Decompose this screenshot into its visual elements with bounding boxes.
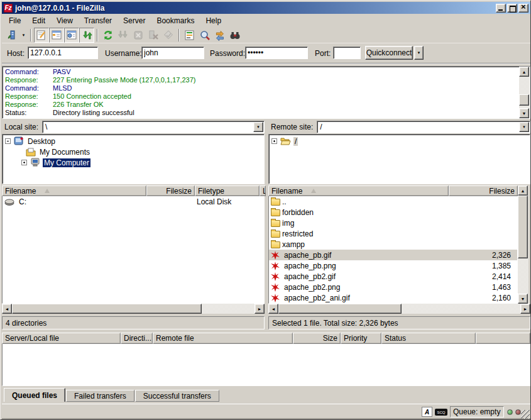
queue-list[interactable] — [2, 344, 530, 386]
remote-file-row[interactable]: apache_pb.png1,385 — [269, 260, 517, 271]
menu-server[interactable]: Server — [118, 15, 151, 26]
local-file-row[interactable]: C: Local Disk — [3, 196, 264, 207]
process-queue-button[interactable] — [116, 28, 131, 43]
toolbar — [2, 27, 530, 43]
directory-comparison-button[interactable] — [197, 28, 212, 43]
column-last-modified-truncated[interactable]: L — [260, 185, 266, 196]
port-input[interactable] — [333, 47, 361, 59]
username-input[interactable] — [141, 47, 204, 59]
password-input[interactable] — [245, 47, 308, 59]
maximize-button[interactable] — [507, 4, 517, 13]
column-filename[interactable]: Filename — [2, 185, 146, 196]
ascii-transfer-type-indicator[interactable]: A — [422, 407, 432, 417]
tree-item-desktop[interactable]: Desktop — [5, 136, 264, 146]
filter-button[interactable] — [182, 28, 197, 43]
tree-item-root[interactable]: / — [271, 136, 530, 146]
tab-failed-transfers[interactable]: Failed transfers — [66, 390, 134, 402]
password-label: Password: — [210, 49, 245, 58]
menu-transfer[interactable]: Transfer — [79, 15, 118, 26]
tree-item-my-documents[interactable]: My Documents — [5, 146, 264, 157]
scrollbar-thumb[interactable] — [518, 196, 528, 258]
toggle-local-tree-button[interactable] — [49, 28, 64, 43]
remote-file-row[interactable]: apache_pb2_ani.gif2,160 — [269, 292, 517, 303]
remote-file-row[interactable]: .. — [269, 196, 517, 207]
column-filename[interactable]: Filename — [268, 185, 449, 196]
remote-site-combo[interactable]: / — [317, 121, 530, 133]
combo-dropdown-icon[interactable] — [519, 122, 529, 132]
site-manager-dropdown[interactable] — [19, 28, 28, 42]
tree-label: My Documents — [38, 148, 91, 157]
minimize-button[interactable] — [496, 4, 506, 13]
filezilla-logo-icon[interactable]: Fz — [4, 4, 13, 13]
remote-file-row[interactable]: img — [269, 218, 517, 228]
remote-file-row[interactable]: restricted — [269, 228, 517, 239]
scrollbar-thumb[interactable] — [12, 304, 202, 314]
column-filesize[interactable]: Filesize — [146, 185, 195, 196]
expander-minus-icon[interactable] — [5, 138, 11, 144]
find-button[interactable] — [227, 28, 243, 43]
column-filesize[interactable]: Filesize — [449, 185, 518, 196]
quickconnect-button[interactable]: Quickconnect — [365, 46, 413, 60]
menu-file[interactable]: File — [3, 15, 26, 26]
column-filetype[interactable]: Filetype — [195, 185, 260, 196]
remote-vertical-scrollbar[interactable] — [518, 185, 528, 304]
speed-limit-badge-icon[interactable]: SCQ — [435, 409, 447, 416]
combo-dropdown-icon[interactable] — [253, 122, 263, 132]
local-site-combo[interactable]: \ — [42, 121, 265, 133]
cancel-icon — [133, 30, 144, 41]
toggle-remote-tree-button[interactable] — [64, 28, 79, 43]
quickconnect-bar: Host: Username: Password: Port: Quickcon… — [2, 43, 530, 64]
reconnect-button[interactable] — [161, 28, 176, 43]
remote-file-row[interactable]: xampp — [269, 239, 517, 250]
refresh-button[interactable] — [101, 28, 116, 43]
column-size[interactable]: Size — [293, 333, 341, 344]
scroll-left-icon[interactable] — [268, 304, 278, 314]
menu-bookmarks[interactable]: Bookmarks — [151, 15, 200, 26]
menu-view[interactable]: View — [51, 15, 79, 26]
scrollbar-thumb[interactable] — [278, 304, 402, 314]
menu-edit[interactable]: Edit — [26, 15, 51, 26]
menu-help[interactable]: Help — [200, 15, 227, 26]
scroll-down-icon[interactable] — [518, 294, 528, 304]
scroll-right-icon[interactable] — [520, 304, 530, 314]
toggle-message-log-button[interactable] — [34, 28, 49, 43]
site-manager-button[interactable] — [4, 28, 19, 43]
cancel-operation-button[interactable] — [131, 28, 146, 43]
column-server-local-file[interactable]: Server/Local file — [2, 333, 121, 344]
toggle-transfer-queue-button[interactable] — [79, 28, 94, 43]
resize-grip[interactable] — [521, 410, 530, 419]
synchronized-browsing-button[interactable] — [212, 28, 227, 43]
tree-item-my-computer[interactable]: My Computer — [5, 157, 264, 168]
local-horizontal-scrollbar[interactable] — [2, 304, 265, 314]
column-empty[interactable] — [476, 333, 530, 344]
toolbar-separator — [97, 29, 98, 41]
scroll-left-icon[interactable] — [2, 304, 12, 314]
column-direction[interactable]: Directi... — [121, 333, 153, 344]
scroll-right-icon[interactable] — [255, 304, 265, 314]
close-button[interactable] — [518, 4, 528, 13]
file-size: 2,326 — [492, 251, 511, 260]
file-name: apache_pb2.png — [284, 283, 340, 292]
remote-file-row[interactable]: apache_pb2.png1,463 — [269, 282, 517, 292]
column-remote-file[interactable]: Remote file — [153, 333, 293, 344]
scroll-up-icon[interactable] — [519, 67, 529, 77]
disconnect-button[interactable] — [146, 28, 161, 43]
column-status[interactable]: Status — [381, 333, 476, 344]
remote-file-row-selected[interactable]: apache_pb.gif2,326 — [269, 250, 517, 260]
host-input[interactable] — [28, 47, 98, 59]
scroll-down-icon[interactable] — [519, 108, 529, 118]
column-priority[interactable]: Priority — [341, 333, 381, 344]
tab-queued-files[interactable]: Queued files — [4, 388, 65, 402]
remote-file-row[interactable]: apache_pb2.gif2,414 — [269, 271, 517, 282]
tab-successful-transfers[interactable]: Successful transfers — [135, 390, 219, 402]
remote-file-row[interactable]: forbidden — [269, 207, 517, 218]
scrollbar-thumb[interactable] — [519, 94, 529, 106]
refresh-icon — [102, 30, 114, 41]
expander-plus-icon[interactable] — [21, 160, 27, 165]
remote-directory-tree: / — [268, 134, 530, 184]
quickconnect-dropdown[interactable] — [414, 46, 424, 60]
remote-horizontal-scrollbar[interactable] — [268, 304, 530, 314]
log-scrollbar[interactable] — [519, 67, 530, 118]
expander-plus-icon[interactable] — [271, 138, 277, 144]
scroll-up-icon[interactable] — [518, 185, 528, 196]
